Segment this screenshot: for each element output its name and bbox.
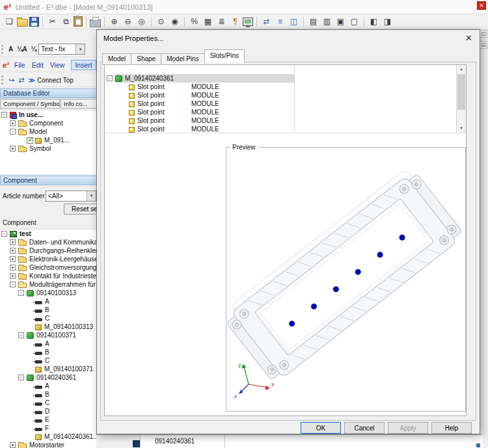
tree-expander[interactable]: -: [18, 290, 24, 296]
chevron-down-icon[interactable]: ▼: [75, 44, 85, 54]
cancel-button[interactable]: Cancel: [344, 422, 385, 434]
tree-item[interactable]: -Model: [0, 127, 98, 136]
tab-model-pins[interactable]: Model Pins: [161, 53, 204, 65]
zoom-percent-icon[interactable]: %: [188, 16, 200, 27]
tree-item[interactable]: +Component: [0, 119, 98, 127]
resize-grip[interactable]: [476, 443, 480, 447]
tree-item[interactable]: A: [0, 382, 98, 390]
tree-expander[interactable]: -: [1, 231, 7, 237]
connect-arrow-icon[interactable]: ↪: [8, 76, 14, 85]
tree-item[interactable]: +Kontakt für Industriesteck...: [0, 272, 98, 280]
tree-expander[interactable]: +: [10, 273, 16, 279]
tab-model[interactable]: Model: [102, 53, 131, 65]
help-button[interactable]: Help: [431, 422, 472, 434]
tree-expander[interactable]: +: [10, 120, 16, 126]
tree-item[interactable]: D: [0, 407, 98, 415]
toolbar-grip[interactable]: [1, 75, 3, 85]
scroll-thumb[interactable]: [457, 74, 465, 110]
tree-item[interactable]: -09140100313: [0, 289, 98, 297]
tree-item[interactable]: A: [0, 339, 98, 348]
tree-item[interactable]: +Gleichstromversorgung: [0, 263, 98, 272]
tree-expander[interactable]: -: [107, 75, 113, 81]
scroll-down-icon[interactable]: ▼: [457, 124, 466, 133]
grid-icon[interactable]: ▦: [202, 16, 214, 27]
tree-item[interactable]: +Symbol: [0, 144, 98, 153]
tree-item[interactable]: B: [0, 348, 98, 356]
toolbar-grip[interactable]: [1, 45, 3, 54]
save-icon[interactable]: [29, 17, 39, 27]
tree-item[interactable]: -09140240361: [0, 373, 98, 382]
text-scale-icon[interactable]: ¼A: [17, 46, 27, 53]
db-tab-0[interactable]: Component / Symbol: [0, 99, 60, 109]
tree-expander[interactable]: +: [10, 256, 16, 262]
zoom-out-icon[interactable]: ⊖: [122, 16, 134, 27]
tree-item[interactable]: M_09140240361...: [0, 432, 98, 441]
tree-item[interactable]: C: [0, 314, 98, 323]
tab-slots-pins[interactable]: Slots/Pins: [204, 49, 245, 63]
article-number-combo[interactable]: <All> ▼: [46, 191, 96, 202]
screen-icon[interactable]: [243, 18, 253, 26]
db-tab-1[interactable]: Info co...: [61, 99, 97, 109]
apply-button[interactable]: Apply: [388, 422, 428, 434]
tree-expander[interactable]: -: [18, 375, 24, 380]
tree-expander[interactable]: -: [10, 282, 16, 287]
zoom-fit-icon[interactable]: ◎: [135, 16, 148, 27]
sheet-list-icon[interactable]: ≣: [215, 16, 228, 27]
connect-swap-icon[interactable]: ⇄: [18, 76, 24, 85]
table-cell[interactable]: 09140240361: [140, 435, 224, 448]
menu-item-insert[interactable]: Insert: [71, 60, 96, 70]
tree-expander[interactable]: -: [10, 129, 16, 135]
tree-item[interactable]: -test: [0, 230, 98, 238]
tree-item[interactable]: M_09140100313: [0, 323, 98, 331]
menu-item-file[interactable]: File: [14, 61, 25, 69]
text-fraction-icon[interactable]: ¼: [31, 46, 36, 53]
tree-item[interactable]: +Durchgangs-Reihenklemm...: [0, 246, 98, 255]
slot-row[interactable]: Slot pointMODULE: [105, 125, 294, 133]
tree-item[interactable]: B: [0, 390, 98, 399]
connect-top-button[interactable]: Connect Top: [37, 77, 74, 84]
tree-item[interactable]: +Elektronik-Leergehäuse: [0, 255, 98, 263]
tree-item[interactable]: M_09140100371: [0, 365, 98, 373]
right-toolbar-icon-1[interactable]: ⊡: [480, 30, 487, 38]
column-left-icon[interactable]: ◧: [368, 16, 380, 27]
tree-item[interactable]: B: [0, 306, 98, 314]
tree-item[interactable]: A: [0, 297, 98, 306]
tree-item[interactable]: F: [0, 424, 98, 432]
tree-item[interactable]: -In use...: [0, 111, 98, 119]
ok-button[interactable]: OK: [301, 422, 341, 434]
slot-row[interactable]: Slot pointMODULE: [105, 108, 294, 116]
tab-shape[interactable]: Shape: [131, 53, 161, 65]
right-toolbar-icon-2[interactable]: ⊟: [480, 41, 487, 49]
cut-icon[interactable]: ✂: [46, 16, 59, 27]
scroll-up-icon[interactable]: ▲: [457, 65, 466, 73]
tree-expander[interactable]: -: [18, 332, 24, 338]
tree-view-icon[interactable]: ≡: [274, 16, 286, 27]
column-right-icon[interactable]: ◨: [381, 16, 394, 27]
dialog-close-icon[interactable]: ✕: [465, 33, 472, 43]
text-style-combo[interactable]: Text - fix ▼: [38, 44, 85, 55]
previous-view-icon[interactable]: ◉: [169, 16, 181, 27]
checkbox-icon[interactable]: [27, 137, 33, 144]
slot-row[interactable]: Slot pointMODULE: [105, 83, 294, 91]
tree-expander[interactable]: +: [10, 442, 16, 448]
print-icon[interactable]: [90, 20, 101, 27]
center-view-icon[interactable]: ⊙: [155, 16, 167, 27]
tree-item[interactable]: C: [0, 399, 98, 407]
arrange-icons-icon[interactable]: ▢: [348, 16, 360, 27]
swap-panels-icon[interactable]: ⇄: [260, 16, 273, 27]
tree-expander[interactable]: -: [1, 112, 7, 118]
tree-item[interactable]: C: [0, 356, 98, 365]
tile-vertical-icon[interactable]: ▥: [321, 16, 333, 27]
tree-expander[interactable]: +: [10, 265, 16, 270]
chevron-down-icon[interactable]: ▼: [87, 191, 96, 201]
preview-3d-view[interactable]: y x z: [228, 152, 464, 410]
tile-horizontal-icon[interactable]: ▤: [307, 16, 319, 27]
close-button[interactable]: ✕: [477, 1, 486, 10]
pilcrow-icon[interactable]: ¶: [229, 16, 241, 27]
new-file-icon[interactable]: ❏: [3, 16, 16, 27]
menu-item-edit[interactable]: Edit: [32, 61, 44, 69]
menu-item-view[interactable]: View: [50, 61, 65, 69]
tree-item[interactable]: -09140100371: [0, 331, 98, 339]
tree-expander[interactable]: +: [10, 239, 16, 245]
dialog-title-bar[interactable]: Model Properties... ✕: [97, 30, 480, 47]
